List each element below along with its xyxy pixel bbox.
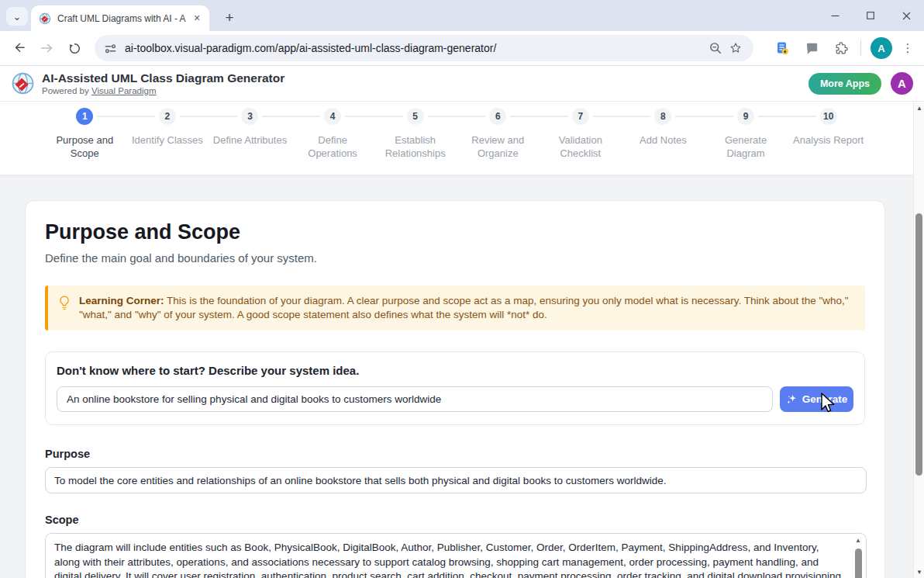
stepper-step-10[interactable]: 10Analysis Report: [787, 105, 870, 160]
scrollbar-up-icon[interactable]: ▲: [914, 105, 924, 112]
bookmark-star-icon: [729, 41, 743, 55]
system-idea-input[interactable]: [57, 386, 773, 412]
feedback-button[interactable]: [800, 36, 823, 60]
step-label: Add Notes: [640, 133, 687, 147]
learning-corner-label: Learning Corner:: [79, 295, 164, 306]
scroll-up-icon[interactable]: ▲: [855, 537, 861, 545]
browser-tab[interactable]: Craft UML Diagrams with AI - A ✕: [31, 5, 209, 31]
browser-toolbar: ai-toolbox.visual-paradigm.com/app/ai-as…: [0, 31, 924, 66]
step-label: Validation Checklist: [540, 133, 621, 160]
powered-by-prefix: Powered by: [42, 86, 91, 95]
step-number[interactable]: 10: [820, 108, 837, 125]
purpose-label: Purpose: [45, 448, 865, 460]
mouse-cursor-icon: [820, 393, 837, 416]
step-number[interactable]: 8: [654, 108, 671, 125]
step-number[interactable]: 9: [737, 108, 754, 125]
window-controls: [817, 0, 924, 31]
powered-by: Powered by Visual Paradigm: [42, 86, 284, 95]
step-number[interactable]: 7: [572, 108, 589, 125]
step-number[interactable]: 2: [159, 108, 176, 125]
toolbar-right: A ⋮: [767, 36, 919, 60]
step-number[interactable]: 1: [76, 108, 93, 125]
tab-close-icon[interactable]: ✕: [191, 12, 203, 25]
page-title: Purpose and Scope: [45, 220, 865, 244]
stepper-step-2[interactable]: 2Identify Classes: [126, 105, 209, 160]
browser-profile-avatar[interactable]: A: [871, 37, 892, 59]
generate-button[interactable]: Generate: [780, 386, 853, 412]
browser-tab-strip: ⌄ Craft UML Diagrams with AI - A ✕ +: [0, 0, 924, 31]
scope-scrollbar[interactable]: ▲: [853, 537, 863, 578]
stepper-step-3[interactable]: 3Define Attributes: [209, 105, 291, 160]
step-label: Review and Organize: [457, 133, 538, 160]
extensions-button[interactable]: [829, 36, 853, 60]
stepper-step-6[interactable]: 6Review and Organize: [457, 105, 540, 160]
step-label: Define Attributes: [213, 133, 287, 147]
zoom-out-button[interactable]: [705, 38, 726, 58]
scope-textarea[interactable]: The diagram will include entities such a…: [45, 533, 867, 578]
scope-scrollbar-thumb[interactable]: [855, 549, 862, 578]
page-scrollbar-thumb[interactable]: [915, 213, 922, 476]
stepper-bar: 1Purpose and Scope2Identify Classes3Defi…: [0, 102, 913, 175]
new-tab-button[interactable]: +: [219, 8, 240, 28]
browser-menu-button[interactable]: ⋮: [897, 37, 919, 59]
stepper: 1Purpose and Scope2Identify Classes3Defi…: [43, 105, 870, 160]
purpose-input[interactable]: [45, 467, 867, 493]
maximize-button[interactable]: [853, 0, 888, 31]
tab-search-button[interactable]: ⌄: [6, 7, 28, 26]
chevron-down-icon: ⌄: [13, 11, 22, 22]
visual-paradigm-logo-icon: [11, 71, 35, 95]
avatar-letter: A: [877, 43, 884, 54]
zoom-magnifier-icon: [709, 41, 722, 55]
main-card: Purpose and Scope Define the main goal a…: [25, 200, 885, 578]
step-label: Generate Diagram: [705, 133, 786, 160]
reload-button[interactable]: [62, 36, 87, 61]
stepper-step-7[interactable]: 7Validation Checklist: [540, 105, 622, 160]
app-header-right: More Apps A: [808, 72, 913, 95]
learning-corner-text: Learning Corner: This is the foundation …: [79, 294, 854, 322]
scope-field-wrap: The diagram will include entities such a…: [45, 533, 867, 578]
stepper-step-5[interactable]: 5Establish Relationships: [374, 105, 457, 160]
minimize-button[interactable]: [817, 0, 853, 31]
learning-corner-callout: Learning Corner: This is the foundation …: [45, 286, 865, 331]
reload-icon: [68, 42, 81, 55]
address-bar[interactable]: ai-toolbox.visual-paradigm.com/app/ai-as…: [95, 35, 753, 61]
step-number[interactable]: 3: [241, 108, 258, 125]
stepper-step-4[interactable]: 4Define Operations: [291, 105, 374, 160]
step-label: Purpose and Scope: [44, 133, 125, 160]
stepper-step-1[interactable]: 1Purpose and Scope: [43, 105, 126, 160]
visual-paradigm-favicon-icon: [39, 12, 51, 25]
reading-list-extension-button[interactable]: [771, 36, 794, 60]
step-number[interactable]: 6: [489, 108, 506, 125]
back-button[interactable]: [6, 36, 31, 61]
forward-button[interactable]: [34, 36, 59, 61]
lightbulb-icon: [57, 295, 71, 310]
plus-icon: +: [225, 9, 233, 26]
visual-paradigm-link[interactable]: Visual Paradigm: [91, 86, 157, 95]
system-idea-box: Don't know where to start? Describe your…: [45, 351, 865, 425]
stepper-step-9[interactable]: 9Generate Diagram: [705, 105, 788, 160]
step-label: Establish Relationships: [375, 133, 456, 160]
step-label: Analysis Report: [793, 133, 864, 147]
site-settings-icon: [104, 42, 117, 55]
tab-title: Craft UML Diagrams with AI - A: [57, 13, 186, 24]
more-apps-button[interactable]: More Apps: [808, 73, 881, 95]
system-idea-heading: Don't know where to start? Describe your…: [57, 364, 853, 377]
step-number[interactable]: 5: [407, 108, 424, 125]
forward-arrow-icon: [40, 41, 53, 55]
app-avatar-letter: A: [898, 77, 906, 90]
sparkle-icon: [786, 393, 798, 405]
page-scrollbar[interactable]: ▲ ▼: [913, 102, 924, 578]
system-idea-row: Generate: [57, 386, 853, 412]
minimize-icon: [831, 12, 840, 20]
stepper-step-8[interactable]: 8Add Notes: [622, 105, 705, 160]
url-text[interactable]: ai-toolbox.visual-paradigm.com/app/ai-as…: [125, 42, 705, 54]
puzzle-icon: [834, 41, 849, 56]
close-window-button[interactable]: [888, 0, 924, 31]
step-label: Define Operations: [292, 133, 373, 160]
scrollbar-down-icon[interactable]: ▼: [914, 569, 924, 576]
bookmark-button[interactable]: [726, 38, 746, 58]
step-number[interactable]: 4: [324, 108, 341, 125]
app-user-avatar[interactable]: A: [891, 72, 913, 95]
back-arrow-icon: [12, 41, 26, 55]
scope-label: Scope: [45, 514, 865, 526]
